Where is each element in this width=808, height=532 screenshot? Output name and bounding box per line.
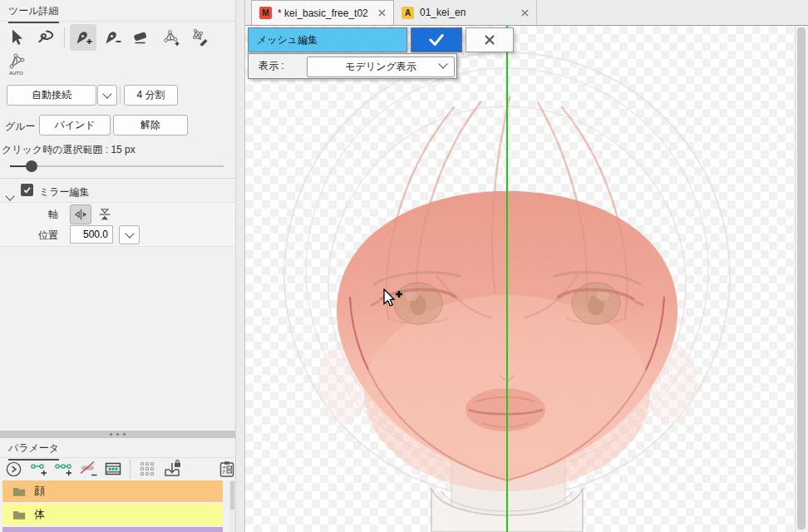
lock-scroll-icon[interactable] bbox=[161, 459, 183, 479]
mirror-axis-line bbox=[506, 26, 508, 532]
glue-unbind-button[interactable]: 解除 bbox=[113, 115, 188, 135]
auto-mesh-icon[interactable]: AUTO bbox=[3, 52, 30, 78]
auto-connect-dropdown-button[interactable] bbox=[97, 85, 117, 106]
add-keyform-3-icon[interactable] bbox=[52, 459, 74, 479]
display-mode-select[interactable]: モデリング表示 bbox=[307, 57, 455, 77]
mirror-edit-label: ミラー編集 bbox=[39, 185, 90, 200]
divide-4-label: 4 分割 bbox=[136, 88, 165, 102]
mesh-edit-pen-icon[interactable] bbox=[186, 24, 213, 51]
parameter-panel: パラメータ bbox=[0, 438, 235, 532]
divider bbox=[120, 86, 121, 104]
display-mode-value: モデリング表示 bbox=[345, 60, 416, 74]
vertex-add-pen-icon[interactable] bbox=[70, 24, 96, 51]
tab-model-document[interactable]: M * kei_basic_free_t02 bbox=[251, 0, 394, 25]
tool-detail-panel: ツール詳細 bbox=[0, 0, 235, 431]
canvas-vertical-scrollbar[interactable] bbox=[795, 26, 808, 532]
lasso-icon[interactable] bbox=[32, 24, 59, 51]
bind-label: バインド bbox=[54, 118, 95, 132]
tool-detail-tab-label: ツール詳細 bbox=[8, 5, 59, 17]
document-area: M * kei_basic_free_t02 A 01_kei_en bbox=[245, 0, 808, 532]
add-keyform-2-icon[interactable] bbox=[27, 459, 49, 479]
cancel-button[interactable] bbox=[466, 27, 514, 52]
scrollbar-thumb[interactable] bbox=[797, 27, 806, 530]
divider bbox=[64, 27, 65, 47]
chevron-down-icon bbox=[102, 89, 111, 98]
auto-connect-button[interactable]: 自動接続 bbox=[7, 85, 96, 106]
mirror-position-dropdown-button[interactable] bbox=[119, 225, 140, 244]
glue-bind-button[interactable]: バインド bbox=[39, 115, 111, 135]
animation-file-icon: A bbox=[402, 7, 414, 19]
scrollbar-thumb[interactable] bbox=[230, 481, 234, 510]
select-arrow-icon[interactable] bbox=[3, 24, 30, 51]
mouse-cursor-add-vertex bbox=[382, 288, 406, 310]
divider bbox=[0, 178, 235, 179]
model-file-icon: M bbox=[259, 7, 272, 19]
tab-animation-document[interactable]: A 01_kei_en bbox=[394, 0, 537, 25]
character-artwork bbox=[245, 26, 808, 532]
close-icon bbox=[484, 34, 495, 46]
mirror-vertical-icon[interactable] bbox=[94, 204, 116, 224]
live2d-editor-window: ツール詳細 bbox=[0, 0, 808, 532]
tool-toolbar bbox=[3, 24, 213, 51]
document-tabbar: M * kei_basic_free_t02 A 01_kei_en bbox=[245, 0, 808, 26]
parameter-scrollbar[interactable] bbox=[229, 480, 235, 532]
glue-label: グルー : bbox=[5, 120, 41, 134]
folder-icon bbox=[12, 510, 26, 520]
parameter-group-label: 体 bbox=[34, 507, 45, 522]
model-canvas[interactable]: メッシュ編集 表示 : モデリング表示 bbox=[245, 26, 808, 532]
parameter-tab-label: パラメータ bbox=[8, 442, 59, 454]
tab-label: 01_kei_en bbox=[420, 7, 466, 18]
divider bbox=[130, 459, 131, 479]
chevron-down-icon bbox=[438, 59, 447, 68]
remove-keyform-icon[interactable] bbox=[77, 459, 99, 479]
mirror-edit-checkbox[interactable] bbox=[21, 184, 33, 196]
tab-label: * kei_basic_free_t02 bbox=[278, 7, 368, 19]
auto-connect-label: 自動接続 bbox=[32, 88, 71, 102]
divide-4-button[interactable]: 4 分割 bbox=[124, 85, 178, 106]
parameter-group-face[interactable]: 顔 bbox=[2, 480, 223, 502]
parameter-group-label: 顔 bbox=[34, 484, 45, 499]
click-range-label: クリック時の選択範囲 : 15 px bbox=[2, 143, 135, 157]
check-icon bbox=[427, 32, 446, 47]
check-icon bbox=[22, 185, 32, 195]
chevron-down-icon bbox=[125, 229, 134, 238]
parameter-toolbar bbox=[2, 459, 235, 479]
mirror-position-input[interactable] bbox=[70, 225, 113, 244]
grid-dots-icon[interactable] bbox=[136, 459, 158, 479]
position-label: 位置 bbox=[32, 229, 58, 243]
mirror-section-collapse-chevron[interactable] bbox=[7, 188, 13, 203]
display-label: 表示 : bbox=[259, 59, 284, 73]
mirror-horizontal-icon[interactable] bbox=[70, 204, 91, 224]
close-icon[interactable] bbox=[521, 9, 529, 17]
divider bbox=[0, 457, 235, 458]
keyform-list-icon[interactable] bbox=[102, 459, 124, 479]
parameter-group-brow[interactable]: 眉 bbox=[2, 527, 223, 532]
divider bbox=[0, 21, 235, 22]
expand-all-icon[interactable] bbox=[2, 459, 24, 479]
vertical-splitter[interactable] bbox=[235, 0, 245, 532]
click-range-slider-track[interactable] bbox=[10, 165, 224, 167]
display-mode-row: 表示 : モデリング表示 bbox=[248, 53, 457, 79]
vertex-remove-pen-icon[interactable] bbox=[99, 24, 126, 51]
folder-icon bbox=[12, 486, 26, 497]
clipboard-icon[interactable] bbox=[216, 459, 235, 479]
parameter-group-body[interactable]: 体 bbox=[2, 504, 223, 525]
tool-toolbar-row2: AUTO bbox=[3, 52, 30, 78]
eraser-icon[interactable] bbox=[128, 24, 155, 51]
svg-text:AUTO: AUTO bbox=[9, 71, 23, 76]
unbind-label: 解除 bbox=[140, 118, 160, 132]
mesh-edit-header: メッシュ編集 bbox=[248, 27, 514, 52]
mesh-edit-title: メッシュ編集 bbox=[248, 27, 407, 52]
mesh-add-icon[interactable] bbox=[157, 24, 184, 51]
click-range-slider-handle[interactable] bbox=[26, 160, 37, 172]
axis-label: 軸 bbox=[37, 208, 58, 222]
close-icon[interactable] bbox=[378, 9, 386, 17]
horizontal-splitter[interactable] bbox=[0, 431, 235, 438]
confirm-button[interactable] bbox=[411, 27, 462, 52]
